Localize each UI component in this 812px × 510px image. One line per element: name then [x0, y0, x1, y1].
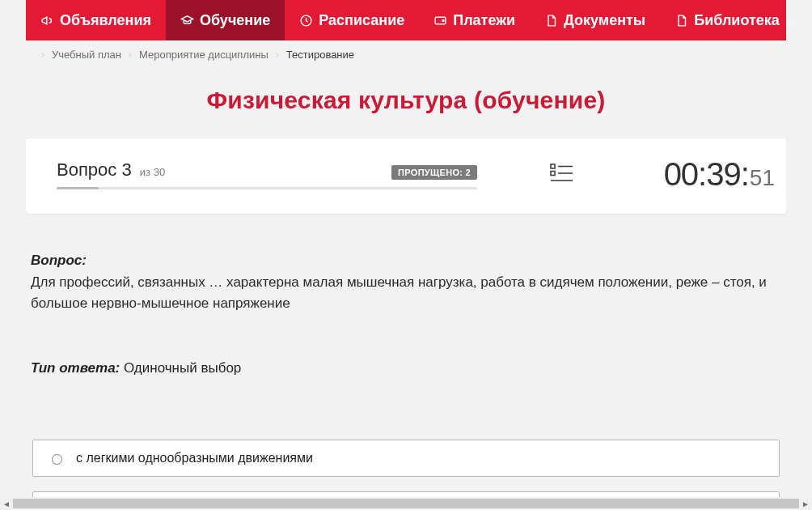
- nav-label: Платежи: [453, 12, 515, 29]
- question-header-card: Вопрос 3 из 30 ПРОПУЩЕНО: 2: [26, 138, 786, 214]
- nav-label: Обучение: [200, 12, 270, 29]
- nav-documents[interactable]: Документы: [530, 0, 660, 40]
- chevron-right-icon: [39, 51, 47, 59]
- timer-main: 00:39:: [664, 156, 749, 193]
- svg-rect-3: [551, 164, 555, 168]
- svg-point-2: [442, 19, 444, 21]
- document-icon: [544, 14, 558, 28]
- question-number-label: Вопрос 3 из 30: [57, 159, 165, 181]
- question-progress-block: Вопрос 3 из 30 ПРОПУЩЕНО: 2: [57, 159, 477, 189]
- education-icon: [180, 14, 194, 28]
- question-list-button[interactable]: [550, 163, 573, 186]
- page-container: Объявления Обучение Расписание: [26, 0, 786, 497]
- answer-type-row: Тип ответа: Одиночный выбор: [31, 360, 781, 376]
- page-title: Физическая культура (обучение): [26, 87, 786, 114]
- answer-radio[interactable]: [52, 454, 62, 465]
- question-text: Для профессий, связанных … характерна ма…: [31, 272, 781, 315]
- question-total-number: 30: [154, 166, 165, 178]
- breadcrumb-current: Тестирование: [286, 49, 354, 61]
- nav-payments[interactable]: Платежи: [419, 0, 530, 40]
- question-area: Вопрос: Для профессий, связанных … харак…: [26, 214, 786, 376]
- answer-option[interactable]: с легкими однообразными движениями: [32, 440, 780, 477]
- scrollbar-track[interactable]: [13, 497, 799, 510]
- nav-education[interactable]: Обучение: [166, 0, 285, 40]
- question-of-word: из: [140, 166, 150, 178]
- question-word: Вопрос: [57, 159, 116, 180]
- answer-text: с легкими однообразными движениями: [76, 451, 313, 465]
- breadcrumb: Учебный план Мероприятие дисциплины Тест…: [26, 40, 786, 67]
- scrollbar-thumb[interactable]: [13, 499, 799, 508]
- horizontal-scrollbar[interactable]: ◄ ►: [0, 497, 812, 510]
- countdown-timer: 00:39:51: [664, 156, 775, 193]
- chevron-down-icon: [785, 15, 795, 25]
- answer-type-label: Тип ответа:: [31, 360, 120, 376]
- progress-fill: [57, 187, 99, 189]
- nav-label: Библиотека: [694, 12, 780, 29]
- scroll-right-arrow-icon[interactable]: ►: [799, 497, 812, 510]
- main-scroll-viewport[interactable]: Объявления Обучение Расписание: [0, 0, 812, 497]
- progress-bar: [57, 187, 477, 189]
- wallet-icon: [433, 14, 447, 28]
- question-list-icon: [550, 163, 573, 184]
- nav-label: Объявления: [60, 12, 151, 29]
- nav-label: Расписание: [319, 12, 404, 29]
- timer-seconds: 51: [750, 165, 775, 191]
- skipped-badge: ПРОПУЩЕНО: 2: [391, 165, 477, 180]
- answer-option[interactable]: с тяжелым физическим трудом: [32, 491, 780, 497]
- question-heading: Вопрос:: [31, 253, 781, 269]
- chevron-right-icon: [126, 51, 134, 59]
- nav-library[interactable]: Библиотека: [660, 0, 810, 40]
- clock-icon: [299, 14, 313, 28]
- skipped-count: 2: [466, 168, 471, 177]
- nav-announcements[interactable]: Объявления: [26, 0, 166, 40]
- document-icon: [675, 14, 688, 28]
- nav-label: Документы: [564, 12, 645, 29]
- breadcrumb-link[interactable]: Учебный план: [52, 49, 121, 61]
- question-current-number: 3: [121, 159, 131, 180]
- breadcrumb-link[interactable]: Мероприятие дисциплины: [139, 49, 269, 61]
- megaphone-icon: [40, 14, 54, 28]
- main-nav: Объявления Обучение Расписание: [26, 0, 786, 40]
- answer-type-value: Одиночный выбор: [124, 360, 241, 376]
- answers-list: с легкими однообразными движениями с тяж…: [26, 440, 786, 497]
- nav-schedule[interactable]: Расписание: [285, 0, 419, 40]
- svg-rect-4: [551, 172, 555, 176]
- chevron-right-icon: [273, 51, 281, 59]
- scroll-left-arrow-icon[interactable]: ◄: [0, 497, 13, 510]
- skipped-label: ПРОПУЩЕНО:: [398, 168, 463, 177]
